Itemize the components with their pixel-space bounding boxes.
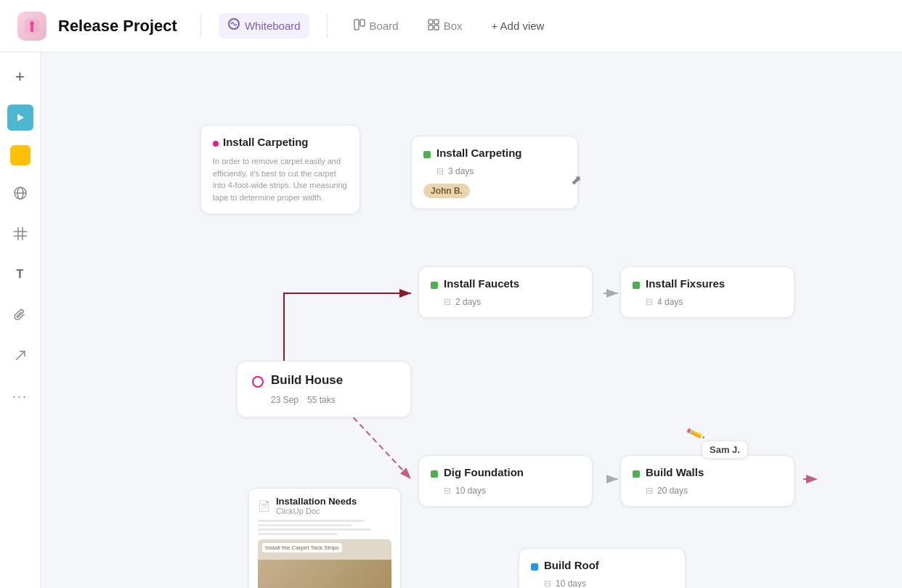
- sidebar-item-grid[interactable]: [7, 221, 33, 247]
- dot-green-icon5: [633, 470, 640, 478]
- add-view-label: + Add view: [491, 20, 544, 32]
- duration-icon3: ⊟: [646, 297, 653, 307]
- sidebar-item-play[interactable]: [7, 105, 33, 131]
- sidebar-item-more[interactable]: ···: [7, 383, 33, 409]
- cursor-pointer: ⬈: [571, 172, 582, 188]
- whiteboard-icon: [227, 17, 240, 34]
- card-build-roof[interactable]: Build Roof ⊟ 10 days Andrew K.: [519, 548, 686, 588]
- sidebar-item-attach[interactable]: [7, 302, 33, 328]
- tab-board[interactable]: Board: [345, 15, 407, 37]
- svg-line-17: [16, 351, 25, 360]
- circle-icon: [252, 376, 264, 388]
- install-carpeting-large-title: Install Carpeting: [223, 136, 309, 148]
- box-icon: [428, 19, 439, 33]
- canvas: Install Carpeting In order to remove car…: [41, 52, 902, 588]
- header: Release Project Whiteboard Board Box + A…: [0, 0, 902, 52]
- sidebar-item-globe[interactable]: [7, 180, 33, 206]
- svg-rect-7: [428, 25, 433, 30]
- board-icon: [354, 19, 365, 33]
- doc-icon: 📄: [258, 500, 270, 512]
- svg-rect-6: [434, 20, 439, 24]
- arrows-layer: [41, 52, 902, 588]
- john-b-badge: John B.: [423, 184, 470, 198]
- duration-icon6: ⊟: [544, 579, 551, 588]
- dig-foundation-title: Dig Foundation: [444, 466, 524, 478]
- tab-whiteboard[interactable]: Whiteboard: [219, 13, 309, 38]
- build-house-title: Build House: [271, 373, 343, 388]
- build-roof-duration: 10 days: [556, 579, 586, 588]
- tab-box[interactable]: Box: [419, 15, 471, 37]
- sidebar-item-add[interactable]: +: [7, 64, 33, 90]
- duration-icon4: ⊟: [444, 486, 451, 496]
- card-install-fixsures[interactable]: Install Fixsures ⊟ 4 days: [620, 266, 795, 318]
- dot-green-icon: [423, 151, 431, 158]
- install-carpeting-small-title: Install Carpeting: [436, 147, 522, 159]
- svg-rect-1: [31, 23, 33, 32]
- tab-whiteboard-label: Whiteboard: [245, 20, 301, 32]
- pencil-icon: ✏️: [685, 424, 705, 444]
- card-install-carpeting-large[interactable]: Install Carpeting In order to remove car…: [200, 125, 360, 214]
- doc-card-installation-needs[interactable]: 📄 Installation Needs ClickUp Doc Install…: [248, 488, 401, 588]
- build-house-date: 23 Sep: [271, 395, 298, 405]
- sidebar-item-text[interactable]: T: [7, 261, 33, 287]
- card-build-walls[interactable]: Build Walls ⊟ 20 days: [620, 455, 795, 507]
- install-fixsures-duration: 4 days: [657, 297, 683, 307]
- doc-card-subtitle: ClickUp Doc: [276, 507, 357, 515]
- doc-card-title: Installation Needs: [276, 496, 357, 507]
- card-install-carpeting-small[interactable]: Install Carpeting ⊟ 3 days John B.: [411, 136, 578, 209]
- sidebar: + T ···: [0, 52, 41, 588]
- dig-foundation-duration: 10 days: [455, 486, 486, 496]
- svg-marker-9: [17, 114, 24, 121]
- nav-divider: [200, 15, 201, 38]
- svg-rect-4: [360, 20, 365, 26]
- install-carpeting-duration: 3 days: [448, 166, 474, 176]
- card-dig-foundation[interactable]: Dig Foundation ⊟ 10 days: [418, 455, 593, 507]
- build-walls-duration: 20 days: [657, 486, 688, 496]
- svg-rect-8: [434, 25, 439, 30]
- dot-blue-icon: [531, 563, 538, 571]
- build-walls-title: Build Walls: [646, 466, 704, 478]
- svg-rect-3: [354, 20, 359, 30]
- card-install-faucets[interactable]: Install Faucets ⊟ 2 days: [418, 266, 593, 318]
- install-fixsures-title: Install Fixsures: [646, 277, 725, 290]
- dot-green-icon3: [633, 282, 640, 289]
- project-title: Release Project: [58, 17, 177, 36]
- dot-pink-icon: [213, 141, 219, 147]
- doc-image-text: Install the Carpet Tack Strips: [265, 544, 339, 551]
- nav-divider2: [327, 15, 328, 38]
- svg-rect-5: [428, 20, 433, 24]
- dot-green-icon4: [431, 470, 438, 478]
- duration-icon2: ⊟: [444, 297, 451, 307]
- dot-green-icon2: [431, 282, 438, 289]
- install-faucets-title: Install Faucets: [444, 277, 519, 290]
- sam-j-label: Sam J.: [702, 441, 748, 459]
- add-view-button[interactable]: + Add view: [482, 15, 553, 36]
- install-carpeting-description: In order to remove carpet easily and eff…: [213, 155, 348, 203]
- duration-icon5: ⊟: [646, 486, 653, 496]
- node-build-house[interactable]: Build House 23 Sep 55 taks: [237, 361, 411, 417]
- build-roof-title: Build Roof: [544, 559, 599, 571]
- duration-icon: ⊟: [436, 166, 444, 176]
- build-house-tasks: 55 taks: [307, 395, 336, 405]
- sidebar-item-sticky[interactable]: [10, 145, 31, 166]
- sidebar-item-arrow[interactable]: [7, 343, 33, 369]
- app-icon: [17, 12, 46, 41]
- install-faucets-duration: 2 days: [455, 297, 481, 307]
- tab-box-label: Box: [444, 20, 463, 32]
- tab-board-label: Board: [370, 20, 399, 32]
